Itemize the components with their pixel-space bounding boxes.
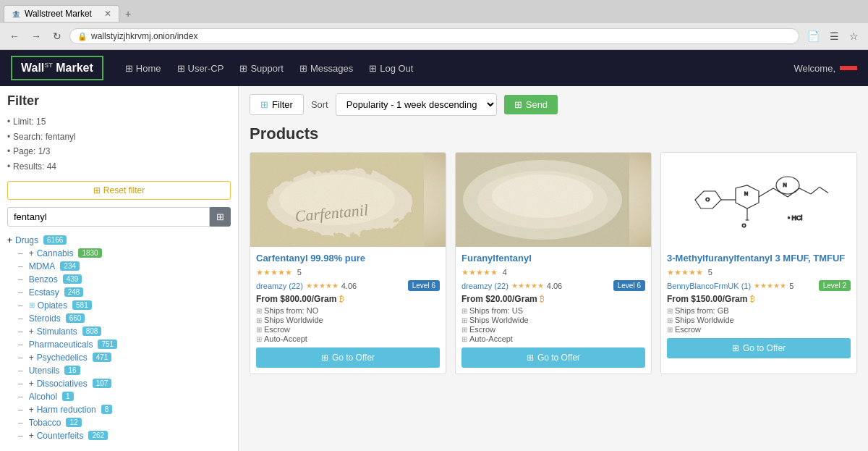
- category-link-mdma[interactable]: MDMA: [29, 261, 56, 271]
- category-link-dissociatives[interactable]: Dissociatives: [37, 379, 88, 389]
- category-item-drugs[interactable]: + Drugs 6166: [7, 234, 231, 247]
- category-badge-dissociatives: 107: [93, 379, 112, 388]
- ships-from-1: ⊞ Ships from: NO: [256, 306, 440, 315]
- nav-logout[interactable]: ⊞ Log Out: [362, 60, 420, 77]
- category-item-benzos[interactable]: – Benzos 439: [18, 273, 231, 286]
- go-to-offer-button-2[interactable]: ⊞ Go to Offer: [461, 347, 645, 368]
- browser-chrome: 🏦 Wallstreet Market ✕ + ← → ↻ 🔒 wallstyi…: [0, 0, 868, 50]
- category-badge-opiates: 581: [72, 300, 92, 310]
- category-item-ecstasy[interactable]: – Ecstasy 248: [18, 286, 231, 299]
- seller-row-3: BennyBlancoFrmUK (1) ★★★★★ 5 Level 2: [667, 280, 851, 291]
- seller-score-1: 4.06: [341, 282, 357, 290]
- svg-text:N: N: [783, 182, 787, 189]
- search-input[interactable]: [7, 207, 210, 227]
- nav-messages[interactable]: ⊞ Messages: [292, 60, 360, 77]
- product-title-2[interactable]: Furanylfentanyl: [461, 253, 645, 264]
- dash-icon: –: [18, 248, 23, 258]
- product-rating-2: ★★★★★ 4: [461, 266, 645, 277]
- back-button[interactable]: ←: [6, 29, 23, 43]
- category-link-drugs[interactable]: Drugs: [15, 235, 38, 245]
- price-1: From $800.00/Gram: [256, 294, 336, 304]
- category-item-dissociatives[interactable]: – + Dissociatives 107: [18, 377, 231, 390]
- ships-worldwide-3: ⊞ Ships Worldwide: [667, 316, 851, 324]
- url-bar[interactable]: 🔒 wallstyizjhkrvmj.onion/index: [69, 28, 799, 44]
- menu-button[interactable]: ☰: [826, 29, 843, 43]
- url-text: wallstyizjhkrvmj.onion/index: [91, 31, 791, 41]
- category-link-pharmaceuticals[interactable]: Pharmaceuticals: [29, 340, 93, 350]
- ships-from-icon-3: ⊞: [667, 307, 673, 315]
- category-item-pharmaceuticals[interactable]: – Pharmaceuticals 751: [18, 338, 231, 351]
- sort-select[interactable]: Popularity - 1 week descending Price asc…: [336, 93, 497, 116]
- category-badge-cannabis: 1830: [78, 248, 101, 258]
- seller-name-2[interactable]: dreamzy (22): [461, 282, 509, 290]
- category-item-harm-reduction[interactable]: – + Harm reduction 8: [18, 403, 231, 416]
- star-button[interactable]: ☆: [846, 29, 862, 43]
- svg-point-5: [463, 160, 622, 240]
- category-link-tobacco[interactable]: Tobacco: [29, 418, 61, 428]
- product-card-1: Carfentanil Carfentanyl 99.98% pure ★★★★…: [250, 152, 446, 374]
- content-area: ⊞ Filter Sort Popularity - 1 week descen…: [239, 86, 868, 451]
- ships-worldwide-icon-1: ⊞: [256, 316, 262, 324]
- category-item-utensils[interactable]: – Utensils 16: [18, 364, 231, 377]
- svg-rect-4: [456, 153, 629, 247]
- product-title-1[interactable]: Carfentanyl 99.98% pure: [256, 253, 440, 264]
- category-link-utensils[interactable]: Utensils: [29, 366, 60, 376]
- new-tab-button[interactable]: +: [119, 5, 137, 22]
- logo-market: Market: [56, 62, 93, 74]
- nav-user-cp[interactable]: ⊞ User-CP: [170, 60, 231, 77]
- seller-name-3[interactable]: BennyBlancoFrmUK (1): [667, 282, 751, 290]
- category-link-alcohol[interactable]: Alcohol: [29, 392, 57, 402]
- category-link-ecstasy[interactable]: Ecstasy: [29, 287, 59, 298]
- category-link-stimulants[interactable]: Stimulants: [37, 326, 77, 337]
- nav-support[interactable]: ⊞ Support: [232, 60, 291, 77]
- welcome-text: Welcome,: [793, 63, 835, 74]
- send-button[interactable]: ⊞ Send: [504, 95, 558, 114]
- category-link-counterfeits[interactable]: Counterfeits: [37, 431, 84, 441]
- category-item-cannabis[interactable]: – + Cannabis 1830: [18, 247, 231, 260]
- category-link-steroids[interactable]: Steroids: [29, 313, 61, 324]
- category-link-opiates[interactable]: Opiates: [38, 300, 67, 311]
- header-nav: ⊞ Home ⊞ User-CP ⊞ Support ⊞ Messages ⊞ …: [118, 60, 794, 77]
- go-to-offer-button-3[interactable]: ⊞ Go to Offer: [667, 338, 851, 358]
- filter-button[interactable]: ⊞ Filter: [250, 94, 304, 115]
- svg-text:O: O: [705, 197, 710, 203]
- category-item-stimulants[interactable]: – + Stimulants 808: [18, 325, 231, 338]
- category-item-mdma[interactable]: – MDMA 234: [18, 260, 231, 273]
- reset-filter-button[interactable]: ⊞ Reset filter: [7, 181, 231, 200]
- category-item-counterfeits[interactable]: – + Counterfeits 262: [18, 429, 231, 442]
- category-sub-drugs: – + Cannabis 1830 – MDMA 234 – Benzos 43…: [18, 247, 231, 442]
- category-link-psychedelics[interactable]: Psychedelics: [37, 353, 88, 363]
- category-link-cannabis[interactable]: Cannabis: [37, 248, 74, 258]
- forward-button[interactable]: →: [27, 29, 45, 43]
- plus-icon-stimulants: +: [29, 326, 34, 337]
- category-link-harm-reduction[interactable]: Harm reduction: [37, 405, 96, 415]
- go-offer-icon-3: ⊞: [732, 343, 739, 353]
- category-item-opiates[interactable]: – ⊞ Opiates 581: [18, 299, 231, 312]
- category-badge-ecstasy: 248: [64, 287, 84, 297]
- seller-stars-3: ★★★★★: [754, 282, 786, 290]
- search-button[interactable]: ⊞: [210, 207, 231, 227]
- seller-name-1[interactable]: dreamzy (22): [256, 282, 303, 290]
- tab-close-button[interactable]: ✕: [104, 9, 111, 19]
- active-tab[interactable]: 🏦 Wallstreet Market ✕: [4, 5, 119, 22]
- svg-point-6: [477, 171, 608, 229]
- category-item-steroids[interactable]: – Steroids 660: [18, 312, 231, 325]
- product-title-3[interactable]: 3-Methylfuranylfentanyl 3 MFUF, TMFUF: [667, 253, 851, 264]
- go-to-offer-button-1[interactable]: ⊞ Go to Offer: [256, 347, 440, 368]
- auto-accept-2: ⊞ Auto-Accept: [461, 334, 645, 343]
- category-badge-tobacco: 12: [66, 418, 81, 427]
- category-item-tobacco[interactable]: – Tobacco 12: [18, 416, 231, 429]
- home-icon: ⊞: [125, 63, 133, 74]
- category-item-alcohol[interactable]: – Alcohol 1: [18, 390, 231, 403]
- category-link-benzos[interactable]: Benzos: [29, 274, 58, 284]
- messages-icon: ⊞: [299, 63, 307, 74]
- category-item-psychedelics[interactable]: – + Psychedelics 471: [18, 351, 231, 364]
- price-row-2: From $20.00/Gram ₿: [461, 294, 645, 304]
- bookmark-button[interactable]: 📄: [804, 29, 823, 43]
- nav-home[interactable]: ⊞ Home: [118, 60, 169, 77]
- refresh-button[interactable]: ↻: [49, 29, 65, 43]
- products-title: Products: [250, 125, 857, 143]
- seller-stars-1: ★★★★★: [306, 282, 339, 290]
- category-badge-stimulants: 808: [82, 326, 102, 336]
- site-logo[interactable]: WallST Market: [11, 56, 103, 80]
